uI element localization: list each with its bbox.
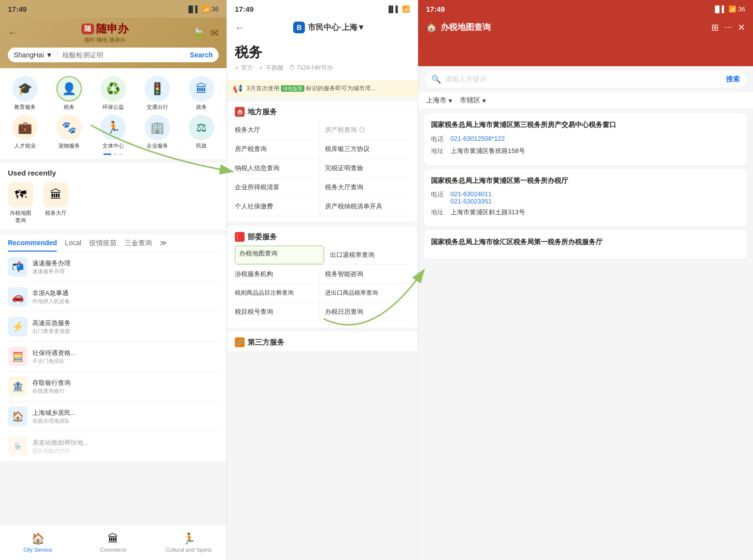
social-insurance-cell[interactable]: 个人社保缴费 bbox=[235, 197, 320, 216]
highway-text: 高速应急服务 出门查查更便捷 bbox=[32, 319, 71, 335]
tax-calendar-cell[interactable]: 办税日历查询 bbox=[320, 303, 410, 321]
divider: | bbox=[56, 51, 58, 59]
export-rebate-cell[interactable]: 出口退税率查询 bbox=[324, 246, 410, 264]
result-card-1[interactable]: 国家税务总局上海市黄浦区第三税务所房产交易中心税务窗口 电话 021-63012… bbox=[424, 113, 747, 165]
service-job[interactable]: 💼 人才就业 bbox=[4, 115, 46, 150]
search-input[interactable] bbox=[62, 51, 186, 59]
enterprise-tax-cell[interactable]: 企业所得税清算 bbox=[235, 178, 320, 197]
tax-cert-cell[interactable]: 完税证明查验 bbox=[320, 159, 410, 178]
filter-district[interactable]: 市辖区 ▾ bbox=[460, 96, 486, 105]
bank-agreement-cell[interactable]: 税库银三方协议 bbox=[320, 140, 410, 158]
services-section: 🎓 教育服务 👤 税务 ♻️ 环保公益 🚦 交通出行 🏛 政务 💼 人才就 bbox=[0, 68, 226, 159]
p2-row-3: 纳税人信息查询 完税证明查验 bbox=[235, 159, 410, 178]
tab-local[interactable]: Local bbox=[65, 234, 81, 252]
dot-1 bbox=[113, 153, 117, 155]
tax-map-query-cell[interactable]: 办税地图查询 bbox=[235, 246, 324, 264]
leaf-icon[interactable]: 🍃 bbox=[192, 27, 204, 39]
pet-icon: 🐾 bbox=[56, 115, 82, 140]
p2-main-title: 税务 bbox=[235, 43, 410, 62]
recently-used-section: Used recently 🗺 办税地图查询 🏛 税务大厅 bbox=[0, 163, 226, 230]
more-icon: 🏪 bbox=[8, 436, 27, 456]
import-rate-cell[interactable]: 进出口商品税率查询 bbox=[320, 284, 410, 302]
service-civil[interactable]: ⚖ 民政 bbox=[180, 115, 223, 150]
list-item-bank[interactable]: 🏦 存取银行查询 在线查询银行 bbox=[8, 372, 219, 402]
tab-query[interactable]: 三金查询 bbox=[125, 234, 152, 252]
civil-icon: ⚖ bbox=[189, 115, 214, 140]
nav-commerce[interactable]: 🏛 Commerce bbox=[75, 525, 151, 560]
ministry-section-icon: 🚩 bbox=[235, 232, 245, 242]
tab-more[interactable]: ≫ bbox=[160, 234, 167, 252]
p3-search-placeholder[interactable]: 请输入关键词 bbox=[445, 75, 722, 84]
service-education[interactable]: 🎓 教育服务 bbox=[4, 76, 46, 111]
qr-icon[interactable]: ⊞ bbox=[711, 22, 719, 33]
rural-sub: 在线办理免排队 bbox=[32, 417, 76, 425]
more-icon[interactable]: ··· bbox=[725, 22, 732, 33]
p2-row-4: 企业所得税清算 税务大厅查询 bbox=[235, 178, 410, 197]
p3-search-bar: 🔍 请输入关键词 搜索 bbox=[424, 70, 747, 88]
service-pet[interactable]: 🐾 宠物服务 bbox=[48, 115, 90, 150]
close-icon[interactable]: ✕ bbox=[738, 22, 745, 33]
recent-tax-hall[interactable]: 🏛 税务大厅 bbox=[43, 182, 69, 224]
recent-tax-map[interactable]: 🗺 办税地图查询 bbox=[8, 182, 33, 224]
city-service-label: City Service bbox=[24, 547, 52, 553]
tax-label: 税务 bbox=[64, 103, 75, 111]
city-selector[interactable]: ShangHai ▼ bbox=[14, 51, 52, 59]
tax-hall-cell[interactable]: 税务大厅 bbox=[235, 121, 320, 139]
p3-red-block bbox=[418, 37, 753, 66]
tab-recommended[interactable]: Recommended bbox=[8, 234, 57, 252]
tax-service-org-cell[interactable]: 涉税服务机构 bbox=[235, 265, 320, 283]
service-gov[interactable]: 🏛 政务 bbox=[180, 76, 223, 111]
p2-back-button[interactable]: ← bbox=[235, 22, 245, 33]
hs-code-cell[interactable]: 税则商品品目注释查询 bbox=[235, 284, 320, 302]
tax-hall-query-cell[interactable]: 税务大厅查询 bbox=[320, 178, 410, 197]
nav-cultural-sports[interactable]: 🏃 Cultural and Sports bbox=[151, 525, 226, 560]
p3-home-icon[interactable]: 🏠 bbox=[426, 22, 437, 33]
filter-city[interactable]: 上海市 ▾ bbox=[426, 96, 452, 105]
dot-2 bbox=[119, 153, 123, 155]
search-button[interactable]: Search bbox=[190, 51, 213, 59]
list-item-highway[interactable]: ⚡ 高速应急服务 出门查查更便捷 bbox=[8, 312, 219, 342]
result-card-3[interactable]: 国家税务总局上海市徐汇区税务局第一税务所办税服务厅 bbox=[424, 230, 747, 259]
list-item-emergency[interactable]: 🚗 非浙A急事通 外地牌入杭必备 bbox=[8, 282, 219, 312]
tax-ai-cell[interactable]: 税务智能咨询 bbox=[320, 265, 410, 283]
result-card-2[interactable]: 国家税务总局上海市黄浦区第一税务所办税厅 电话 021-63024011021-… bbox=[424, 169, 747, 227]
p2-local-grid: 税务大厅 房产税查询 ◎ 房产税查询 税库银三方协议 纳税人信息查询 完税证明查… bbox=[227, 121, 418, 222]
p2-ministry-row-2: 涉税服务机构 税务智能咨询 bbox=[235, 265, 410, 284]
p2-ministry-row-3: 税则商品品目注释查询 进出口商品税率查询 bbox=[235, 284, 410, 303]
list-item-rural[interactable]: 🏠 上海城乡居民... 在线办理免排队 bbox=[8, 402, 219, 432]
back-icon[interactable]: ← bbox=[8, 27, 18, 38]
nav-city-service[interactable]: 🏠 City Service bbox=[0, 525, 75, 560]
wifi-icon-2: 📶 bbox=[402, 5, 410, 13]
service-env[interactable]: ♻️ 环保公益 bbox=[92, 76, 134, 111]
bank-icon: 🏦 bbox=[8, 377, 27, 396]
service-grid: 🎓 教育服务 👤 税务 ♻️ 环保公益 🚦 交通出行 🏛 政务 💼 人才就 bbox=[4, 76, 223, 150]
result-1-phone-row: 电话 021-63012508*122 bbox=[431, 135, 740, 144]
list-item-express[interactable]: 📬 速递服务办理 速递服务办理 bbox=[8, 252, 219, 282]
p3-nav-actions: ⊞ ··· ✕ bbox=[711, 22, 745, 33]
service-tax[interactable]: 👤 税务 bbox=[48, 76, 90, 111]
list-section: 📬 速递服务办理 速递服务办理 🚗 非浙A急事通 外地牌入杭必备 ⚡ 高速应急服… bbox=[0, 252, 226, 461]
envelope-icon[interactable]: ✉ bbox=[210, 27, 219, 39]
service-culture[interactable]: 🏃 文体中心 bbox=[92, 115, 134, 150]
property-invoice-cell[interactable]: 房产税纳税清单开具 bbox=[320, 197, 410, 216]
p2-meta: ✓ 官方 ✓ 不跑腿 ⏱ 7x24小时可办 bbox=[235, 64, 410, 72]
panel3: 17:49 ▐▌▌ 📶 36 🏠 办税地图查询 ⊞ ··· ✕ 🔍 请输入关键词… bbox=[418, 0, 753, 560]
job-icon: 💼 bbox=[12, 115, 38, 140]
property-query-cell[interactable]: 房产税查询 bbox=[235, 140, 320, 158]
property-tax-cell[interactable]: 房产税查询 ◎ bbox=[320, 121, 410, 139]
service-enterprise[interactable]: 🏢 企业服务 bbox=[136, 115, 178, 150]
bank-sub: 在线查询银行 bbox=[32, 387, 71, 395]
service-traffic[interactable]: 🚦 交通出行 bbox=[136, 76, 178, 111]
culture-label: 文体中心 bbox=[102, 142, 124, 150]
result-2-phone-value[interactable]: 021-63024011021-53023351 bbox=[451, 190, 492, 205]
tab-vaccine[interactable]: 疫情疫苗 bbox=[89, 234, 117, 252]
p2-row-2: 房产税查询 税库银三方协议 bbox=[235, 140, 410, 159]
taxpayer-cell[interactable]: 纳税人信息查询 bbox=[235, 159, 320, 178]
result-1-phone-value[interactable]: 021-63012508*122 bbox=[451, 135, 505, 142]
list-item-social[interactable]: 🧮 社保待遇资格... 不出门免排队 bbox=[8, 342, 219, 372]
tax-no-cell[interactable]: 税目税号查询 bbox=[235, 303, 320, 321]
p3-search-button[interactable]: 搜索 bbox=[726, 75, 740, 84]
cultural-label: Cultural and Sports bbox=[166, 547, 212, 553]
p2-ministry-row-1: 办税地图查询 出口退税率查询 bbox=[235, 246, 410, 265]
pet-label: 宠物服务 bbox=[58, 142, 80, 150]
